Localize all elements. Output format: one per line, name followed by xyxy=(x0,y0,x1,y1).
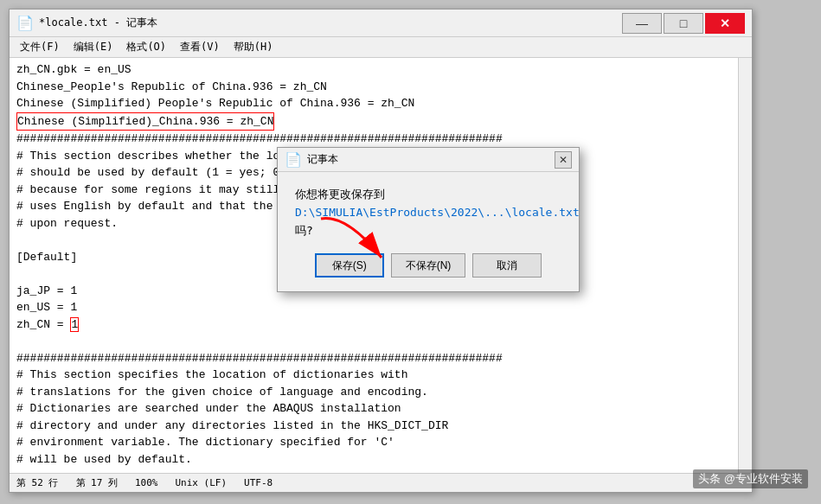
dialog-title: 记事本 xyxy=(307,152,338,167)
text-line-16: zh_CN = 1 xyxy=(16,316,745,334)
text-line-20: # translations for the given choice of l… xyxy=(16,384,745,401)
notepad-icon: 📄 xyxy=(16,15,34,31)
status-encoding: Unix (LF) xyxy=(176,477,228,488)
text-line-1: zh_CN.gbk = en_US xyxy=(16,61,745,79)
menu-help[interactable]: 帮助(H) xyxy=(227,39,280,55)
dialog-message-1: 你想将更改保存到 xyxy=(295,188,385,201)
dialog-notepad-icon: 📄 xyxy=(285,151,302,168)
cancel-button[interactable]: 取消 xyxy=(472,253,542,278)
text-line-2: Chinese_People's Republic of China.936 =… xyxy=(16,79,745,96)
scrollbar[interactable] xyxy=(738,58,752,473)
highlighted-num: 1 xyxy=(70,317,79,332)
text-line-3: Chinese (Simplified) People's Republic o… xyxy=(16,95,745,112)
dialog-close-button[interactable]: ✕ xyxy=(555,151,572,169)
text-line-22: # directory and under any directories li… xyxy=(16,418,745,435)
menu-format[interactable]: 格式(O) xyxy=(119,39,173,55)
dialog-title-bar: 📄 记事本 ✕ xyxy=(278,148,579,172)
title-bar-left: 📄 *locale.txt - 记事本 xyxy=(16,15,157,31)
text-line-17 xyxy=(16,333,745,350)
text-line-19: # This section specifies the location of… xyxy=(16,367,745,384)
close-button[interactable]: ✕ xyxy=(705,13,745,34)
text-line-15: en_US = 1 xyxy=(16,299,745,316)
menu-bar: 文件(F) 编辑(E) 格式(O) 查看(V) 帮助(H) xyxy=(10,37,752,58)
dialog-body: 你想将更改保存到 D:\SIMULIA\EstProducts\2022\...… xyxy=(278,172,579,291)
text-line-21: # Dictionaries are searched under the AB… xyxy=(16,400,745,418)
status-charset: UTF-8 xyxy=(244,477,273,488)
status-bar: 第 52 行 第 17 列 100% Unix (LF) UTF-8 xyxy=(10,473,752,492)
status-row: 第 52 行 xyxy=(16,476,59,489)
text-line-5: ########################################… xyxy=(16,131,745,148)
menu-view[interactable]: 查看(V) xyxy=(173,39,227,55)
text-line-4: Chinese (Simplified)_China.936 = zh_CN xyxy=(16,112,745,131)
title-bar: 📄 *locale.txt - 记事本 — □ ✕ xyxy=(10,10,752,37)
status-col: 第 17 列 xyxy=(76,476,119,489)
maximize-button[interactable]: □ xyxy=(664,13,703,34)
menu-file[interactable]: 文件(F) xyxy=(13,39,67,55)
minimize-button[interactable]: — xyxy=(622,13,662,34)
highlighted-line-box: Chinese (Simplified)_China.936 = zh_CN xyxy=(16,112,274,131)
red-arrow-icon xyxy=(304,210,407,271)
watermark: 头条 @专业软件安装 xyxy=(693,469,808,488)
text-line-18: ########################################… xyxy=(16,350,745,367)
title-bar-buttons: — □ ✕ xyxy=(622,13,745,34)
text-line-23: # environment variable. The dictionary s… xyxy=(16,434,745,451)
status-zoom: 100% xyxy=(135,477,158,488)
menu-edit[interactable]: 编辑(E) xyxy=(67,39,120,55)
window-title: *locale.txt - 记事本 xyxy=(39,16,157,30)
text-line-24: # will be used by default. xyxy=(16,451,745,469)
save-dialog: 📄 记事本 ✕ 你想将更改保存到 D:\SIMULIA\EstProducts\… xyxy=(277,147,580,292)
